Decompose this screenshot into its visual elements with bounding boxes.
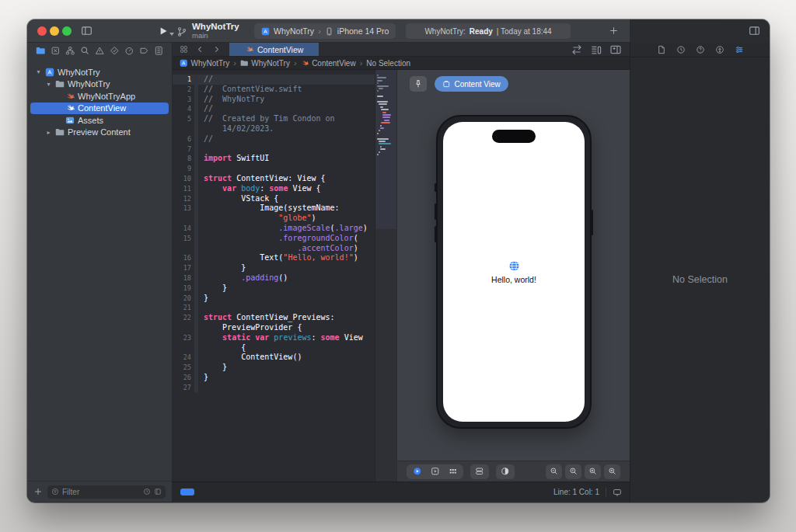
project-navigator-icon xyxy=(36,46,46,56)
symbol-navigator-button[interactable] xyxy=(64,44,76,57)
content-view-preview-button[interactable]: Content View xyxy=(435,76,508,92)
file-inspector-button[interactable] xyxy=(656,45,667,54)
scheme-device: iPhone 14 Pro xyxy=(337,26,389,36)
source-control-navigator-icon xyxy=(51,46,61,56)
breadcrumb-separator: › xyxy=(233,58,236,68)
attributes-inspector-icon xyxy=(735,45,744,54)
quick-help-inspector-button[interactable] xyxy=(695,45,706,54)
zoom-actual-size-button[interactable] xyxy=(565,464,581,479)
tree-item-whynottry[interactable]: ▾ WhyNotTry xyxy=(30,78,169,91)
xcode-window: WhyNotTry main WhyNotTry › iPhone 14 Pro… xyxy=(27,19,770,502)
go-back-icon[interactable] xyxy=(192,45,208,54)
environment-overrides-button[interactable] xyxy=(496,464,515,479)
status-prefix: WhyNotTry: xyxy=(424,27,465,36)
breadcrumb-item[interactable]: ContentView xyxy=(301,59,356,68)
power-button xyxy=(591,210,593,235)
filter-input[interactable]: Filter xyxy=(47,485,166,499)
zoom-in-button[interactable] xyxy=(604,464,620,479)
selectable-preview-button[interactable] xyxy=(426,464,444,479)
preview-zoom-group xyxy=(546,464,620,479)
iphone-preview-device: Hello, world! xyxy=(436,115,592,429)
history-inspector-button[interactable] xyxy=(676,45,686,54)
add-file-icon[interactable] xyxy=(33,487,43,496)
disclosure-chevron-icon[interactable]: ▸ xyxy=(45,129,52,136)
tree-item-preview-content[interactable]: ▸ Preview Content xyxy=(30,127,169,139)
tree-item-whynottryapp[interactable]: WhyNotTryApp xyxy=(30,90,169,103)
activity-status[interactable]: WhyNotTry: Ready | Today at 18:44 xyxy=(406,23,571,39)
test-navigator-button[interactable] xyxy=(108,44,120,57)
swift-file-icon xyxy=(245,45,253,54)
navigator-filter-bar: Filter xyxy=(27,481,172,502)
run-button-icon[interactable] xyxy=(158,26,169,37)
related-items-icon[interactable] xyxy=(173,45,192,54)
inspector-tab-bar xyxy=(630,43,770,57)
run-options-caret-icon[interactable] xyxy=(169,33,174,36)
code-line: 7 xyxy=(173,144,396,155)
code-line: 21 xyxy=(173,303,396,313)
device-settings-button[interactable] xyxy=(470,464,489,479)
breadcrumb: WhyNotTry›WhyNotTry›ContentView›No Selec… xyxy=(173,57,630,70)
status-suffix: | Today at 18:44 xyxy=(497,27,552,36)
source-control-filter-icon[interactable] xyxy=(154,488,162,495)
minimize-button[interactable] xyxy=(50,26,59,36)
tree-item-contentview[interactable]: ContentView xyxy=(30,103,169,115)
live-preview-button[interactable] xyxy=(408,464,426,479)
filter-placeholder: Filter xyxy=(62,488,140,496)
adjust-editor-options-icon[interactable] xyxy=(590,43,602,56)
project-navigator-button[interactable] xyxy=(34,44,47,57)
toggle-navigator-icon[interactable] xyxy=(81,25,93,37)
source-control-navigator-button[interactable] xyxy=(49,44,61,57)
go-forward-icon[interactable] xyxy=(208,45,225,54)
toggle-inspector-icon[interactable] xyxy=(749,25,760,37)
minimap-mark xyxy=(377,138,389,140)
scheme-selector[interactable]: WhyNotTry › iPhone 14 Pro xyxy=(254,23,396,39)
folder-icon xyxy=(55,127,65,137)
report-navigator-icon xyxy=(154,46,164,56)
code-line: 15 .foregroundColor( xyxy=(173,234,396,244)
issue-navigator-button[interactable] xyxy=(93,44,106,57)
breakpoint-navigator-button[interactable] xyxy=(138,44,150,57)
breadcrumb-item[interactable]: WhyNotTry xyxy=(180,59,229,68)
minimap-mark xyxy=(380,125,382,127)
minimap-mark xyxy=(380,106,383,108)
debug-navigator-button[interactable] xyxy=(123,44,135,57)
close-button[interactable] xyxy=(37,26,47,36)
accessibility-inspector-button[interactable] xyxy=(714,45,725,54)
swift-file-icon xyxy=(65,92,75,101)
minimap-mark xyxy=(384,120,389,121)
add-editor-icon[interactable] xyxy=(609,43,622,56)
disclosure-chevron-icon[interactable]: ▾ xyxy=(35,68,42,75)
recent-files-icon[interactable] xyxy=(143,488,151,495)
tree-item-assets[interactable]: Assets xyxy=(30,114,169,127)
tree-item-label: Preview Content xyxy=(68,127,131,137)
library-add-icon[interactable] xyxy=(609,26,619,36)
minimap[interactable] xyxy=(375,70,396,482)
code-review-icon[interactable] xyxy=(571,43,583,56)
zoom-to-fit-button[interactable] xyxy=(585,464,601,479)
zoom-actual-size-icon xyxy=(569,467,578,476)
device-bezel-toggle-icon[interactable] xyxy=(613,488,622,497)
preview-toolbar xyxy=(397,461,630,482)
disclosure-chevron-icon[interactable]: ▾ xyxy=(45,81,52,88)
code-line: 18 .padding() xyxy=(173,273,396,283)
zoom-out-button[interactable] xyxy=(546,464,562,479)
attributes-inspector-button[interactable] xyxy=(734,45,745,54)
code-line: 3// WhyNotTry xyxy=(173,95,396,105)
report-navigator-button[interactable] xyxy=(152,44,165,57)
breadcrumb-item[interactable]: WhyNotTry xyxy=(240,59,290,68)
pin-preview-button[interactable] xyxy=(410,76,427,92)
code-line: 14 .imageScale(.large) xyxy=(173,224,396,234)
tab-contentview[interactable]: ContentView xyxy=(229,43,319,56)
fullscreen-button[interactable] xyxy=(62,26,72,36)
swift-file-icon xyxy=(65,103,75,113)
project-status[interactable]: WhyNotTry main xyxy=(176,22,239,40)
breadcrumb-label: WhyNotTry xyxy=(251,59,290,68)
line-col-indicator: Line: 1 Col: 1 xyxy=(553,488,599,496)
variants-preview-button[interactable] xyxy=(444,464,462,479)
code-line: 11 var body: some View { xyxy=(173,184,396,194)
find-navigator-button[interactable] xyxy=(79,44,91,57)
code-line: 16 Text("Hello, world!") xyxy=(173,253,396,263)
tree-item-whynottry[interactable]: ▾ WhyNotTry xyxy=(30,66,169,78)
source-editor[interactable]: 1// 2// ContentView.swift 3// WhyNotTry … xyxy=(173,70,396,482)
breadcrumb-item[interactable]: No Selection xyxy=(366,59,410,68)
